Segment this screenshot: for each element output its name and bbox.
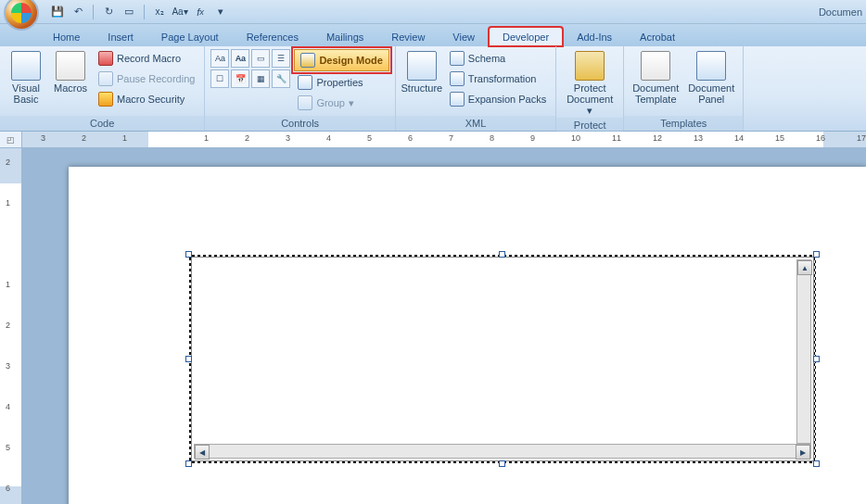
tab-mailings[interactable]: Mailings — [312, 27, 377, 46]
resize-handle[interactable] — [813, 251, 820, 258]
control-gallery: Aa Aa ▭ ☰ ☐ 📅 ▦ 🔧 — [210, 49, 290, 88]
macro-security-button[interactable]: Macro Security — [95, 90, 198, 108]
template-icon — [641, 51, 670, 81]
label: Document Panel — [687, 82, 735, 105]
combo-control[interactable]: ☰ — [272, 49, 290, 68]
strike-icon[interactable]: x₂ — [152, 5, 167, 19]
group-title: Controls — [205, 116, 394, 131]
structure-button[interactable]: Structure — [401, 49, 442, 95]
save-icon[interactable]: 💾 — [50, 5, 65, 19]
vb-icon — [11, 51, 41, 81]
tab-page-layout[interactable]: Page Layout — [147, 27, 233, 46]
tab-home[interactable]: Home — [39, 27, 94, 46]
new-doc-icon[interactable]: ▭ — [121, 5, 136, 19]
ruler-number: 10 — [571, 133, 580, 143]
ribbon-tabs: HomeInsertPage LayoutReferencesMailingsR… — [0, 24, 866, 46]
label: Properties — [316, 77, 363, 88]
ruler-number: 3 — [6, 361, 10, 371]
qat-customize-icon[interactable]: ▾ — [213, 5, 228, 19]
design-mode-icon — [300, 53, 315, 68]
ruler-number: 4 — [6, 402, 10, 411]
properties-icon — [298, 75, 312, 90]
record-macro-button[interactable]: Record Macro — [95, 49, 198, 68]
panel-icon — [696, 51, 726, 81]
pause-recording-button[interactable]: Pause Recording — [95, 69, 198, 88]
resize-handle[interactable] — [813, 460, 820, 467]
tab-references[interactable]: References — [233, 27, 312, 46]
design-mode-button[interactable]: Design Mode — [294, 49, 388, 71]
protect-document-button[interactable]: Protect Document ▾ — [562, 49, 618, 118]
group-title: Protect — [556, 118, 623, 132]
font-case-icon[interactable]: Aa▾ — [172, 5, 187, 19]
group-title: XML — [396, 116, 555, 131]
ruler-number: 8 — [490, 133, 494, 143]
control-vscrollbar[interactable]: ▲ — [796, 259, 811, 444]
group-controls: Aa Aa ▭ ☰ ☐ 📅 ▦ 🔧 Design Mode Properties… — [205, 46, 395, 131]
control-hscrollbar[interactable]: ◀ ▶ — [194, 444, 811, 459]
tab-developer[interactable]: Developer — [489, 27, 563, 46]
document-scroll[interactable]: ▲ ◀ ▶ — [22, 148, 866, 504]
group-protect: Protect Document ▾ Protect — [556, 46, 624, 131]
label: Protect Document ▾ — [564, 82, 616, 116]
legacy-tools[interactable]: 🔧 — [272, 69, 290, 88]
schema-icon — [450, 51, 465, 66]
ruler-number: 11 — [612, 133, 621, 143]
resize-handle[interactable] — [185, 356, 192, 362]
lock-icon — [575, 51, 605, 81]
formula-icon[interactable]: fx — [193, 5, 208, 19]
label: Pause Recording — [117, 73, 195, 84]
scroll-right-icon[interactable]: ▶ — [796, 445, 810, 460]
resize-handle[interactable] — [499, 460, 505, 467]
button-label: Visual Basic — [7, 82, 45, 105]
ruler-number: 1 — [122, 133, 127, 143]
resize-handle[interactable] — [813, 356, 820, 362]
expansion-icon — [450, 92, 465, 107]
group-button[interactable]: Group ▾ — [294, 94, 388, 112]
ruler-number: 6 — [408, 133, 413, 143]
expansion-packs-button[interactable]: Expansion Packs — [446, 90, 550, 108]
activex-control[interactable]: ▲ ◀ ▶ — [189, 255, 816, 463]
transformation-button[interactable]: Transformation — [446, 69, 550, 88]
group-templates: Document Template Document Panel Templat… — [624, 46, 744, 131]
properties-button[interactable]: Properties — [294, 73, 388, 92]
tab-view[interactable]: View — [439, 27, 489, 46]
resize-handle[interactable] — [185, 460, 192, 467]
document-template-button[interactable]: Document Template — [630, 49, 681, 107]
scroll-left-icon[interactable]: ◀ — [195, 445, 210, 460]
resize-handle[interactable] — [499, 251, 505, 258]
ruler-number: 1 — [6, 198, 10, 208]
page[interactable]: ▲ ◀ ▶ — [69, 167, 866, 504]
ruler-number: 13 — [694, 133, 703, 143]
title-bar: 💾 ↶ ↻ ▭ x₂ Aa▾ fx ▾ Documen — [0, 0, 866, 24]
dropdown-control[interactable]: ☐ — [210, 69, 229, 88]
document-panel-button[interactable]: Document Panel — [685, 49, 737, 107]
schema-button[interactable]: Schema — [446, 49, 550, 68]
ruler-corner[interactable]: ◰ — [0, 132, 22, 147]
group-xml: Structure Schema Transformation Expansio… — [396, 46, 556, 131]
tab-review[interactable]: Review — [377, 27, 439, 46]
horizontal-ruler[interactable]: 3211234567891011121314151617 — [22, 132, 866, 147]
picture-control[interactable]: ▭ — [251, 49, 270, 68]
tab-insert[interactable]: Insert — [94, 27, 147, 46]
ribbon: Visual Basic Macros Record Macro Pause R… — [0, 46, 866, 132]
label: Design Mode — [319, 55, 382, 66]
resize-handle[interactable] — [185, 251, 192, 258]
ruler-number: 16 — [816, 133, 825, 143]
control-body[interactable]: ▲ ◀ ▶ — [191, 257, 814, 461]
building-block-control[interactable]: ▦ — [251, 69, 270, 88]
label: Macro Security — [117, 94, 185, 105]
date-control[interactable]: 📅 — [231, 69, 249, 88]
visual-basic-button[interactable]: Visual Basic — [6, 49, 46, 107]
vertical-ruler[interactable]: 21123456 — [0, 148, 22, 504]
label: Document Template — [631, 82, 680, 105]
redo-icon[interactable]: ↻ — [101, 5, 116, 19]
ruler-number: 3 — [41, 133, 45, 143]
undo-icon[interactable]: ↶ — [70, 5, 85, 19]
richtext-control[interactable]: Aa — [210, 49, 229, 68]
plaintext-control[interactable]: Aa — [231, 49, 249, 68]
macros-button[interactable]: Macros — [50, 49, 91, 95]
scroll-up-icon[interactable]: ▲ — [797, 260, 812, 275]
ruler-number: 2 — [6, 321, 10, 330]
tab-add-ins[interactable]: Add-Ins — [563, 27, 626, 46]
tab-acrobat[interactable]: Acrobat — [626, 27, 689, 46]
